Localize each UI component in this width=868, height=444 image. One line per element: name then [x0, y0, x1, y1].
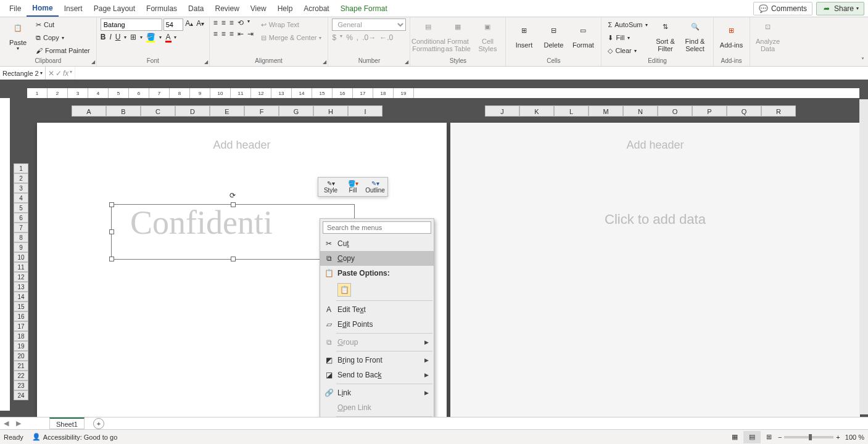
merge-center-button[interactable]: ⊟Merge & Center▾ — [258, 31, 324, 44]
ctx-edit-text[interactable]: AEdit Text — [320, 302, 434, 317]
format-cells-button[interactable]: ▭Format — [569, 18, 597, 57]
menu-insert[interactable]: Insert — [59, 0, 88, 17]
paste-keep-source-button[interactable]: 📋 — [337, 283, 351, 297]
dialog-launcher-icon[interactable]: ◢ — [91, 59, 95, 65]
row-header[interactable]: 1 — [14, 163, 28, 173]
menu-review[interactable]: Review — [209, 0, 244, 17]
conditional-formatting-button[interactable]: ▤Conditional Formatting — [414, 18, 442, 57]
column-header[interactable]: G — [279, 105, 313, 117]
column-header[interactable]: L — [554, 105, 589, 117]
row-header[interactable]: 18 — [14, 331, 28, 341]
cut-button[interactable]: ✂Cut — [33, 18, 93, 31]
column-header[interactable]: Q — [727, 105, 761, 117]
enter-formula-icon[interactable]: ✓ — [56, 69, 62, 78]
zoom-slider[interactable] — [784, 436, 833, 438]
row-header[interactable]: 11 — [14, 262, 28, 272]
resize-handle[interactable] — [109, 229, 114, 234]
currency-icon[interactable]: $ — [332, 33, 336, 42]
align-right-icon[interactable]: ≡ — [229, 30, 234, 38]
row-header[interactable]: 12 — [14, 272, 28, 282]
indent-dec-icon[interactable]: ⇤ — [238, 30, 244, 38]
page-2[interactable]: Add header Click to add data — [450, 123, 860, 419]
mini-fill-button[interactable]: 🪣▾Fill — [342, 179, 364, 195]
sort-filter-button[interactable]: ⇅Sort & Filter — [651, 18, 680, 57]
column-header[interactable]: B — [106, 105, 141, 117]
inc-decimal-icon[interactable]: .0→ — [362, 33, 376, 42]
align-middle-icon[interactable]: ≡ — [221, 18, 226, 27]
formula-input[interactable] — [75, 67, 868, 80]
autosum-button[interactable]: ΣAutoSum▾ — [605, 18, 650, 31]
indent-inc-icon[interactable]: ⇥ — [247, 30, 254, 38]
comments-button[interactable]: 💬 Comments — [753, 2, 812, 15]
header-placeholder[interactable]: Add header — [37, 123, 447, 152]
percent-icon[interactable]: % — [346, 33, 353, 42]
page-1[interactable]: Add header Confidenti ⟳ ✎▾Style 🪣▾Fill ✎… — [37, 123, 447, 419]
menu-data[interactable]: Data — [183, 0, 209, 17]
zoom-level[interactable]: 100 % — [845, 434, 864, 441]
align-bottom-icon[interactable]: ≡ — [229, 18, 234, 27]
row-header[interactable]: 5 — [14, 203, 28, 213]
name-box[interactable]: Rectangle 2▾ — [0, 67, 46, 80]
column-header[interactable]: R — [761, 105, 796, 117]
row-header[interactable]: 22 — [14, 371, 28, 380]
row-header[interactable]: 14 — [14, 292, 28, 302]
fx-icon[interactable]: fx — [63, 69, 68, 78]
column-header[interactable]: I — [348, 105, 382, 117]
font-name-select[interactable] — [101, 18, 162, 31]
grow-font-icon[interactable]: A▴ — [184, 18, 194, 28]
selected-shape[interactable]: Confidenti ⟳ — [111, 204, 355, 260]
row-header[interactable]: 24 — [14, 390, 28, 400]
accessibility-status[interactable]: 👤 Accessibility: Good to go — [32, 433, 117, 441]
column-header[interactable]: M — [589, 105, 623, 117]
align-left-icon[interactable]: ≡ — [213, 30, 218, 38]
zoom-out-button[interactable]: − — [778, 434, 782, 441]
fill-color-button[interactable]: 🪣 — [146, 33, 155, 41]
rotate-handle[interactable]: ⟳ — [229, 191, 236, 200]
row-header[interactable]: 21 — [14, 361, 28, 371]
cell-styles-button[interactable]: ▣Cell Styles — [473, 18, 502, 57]
ctx-bring-front[interactable]: ◩Bring to Front▶ — [320, 353, 434, 368]
column-header[interactable]: A — [72, 105, 106, 117]
align-center-icon[interactable]: ≡ — [221, 30, 226, 38]
row-header[interactable]: 2 — [14, 173, 28, 183]
wrap-text-button[interactable]: ↩Wrap Text — [258, 18, 324, 31]
row-header[interactable]: 10 — [14, 252, 28, 262]
insert-cells-button[interactable]: ⊞Insert — [510, 18, 538, 57]
resize-handle[interactable] — [109, 202, 114, 207]
paste-button[interactable]: 📋 Paste▾ — [4, 18, 32, 57]
menu-home[interactable]: Home — [27, 0, 58, 17]
number-format-select[interactable]: General — [332, 18, 406, 31]
copy-button[interactable]: ⧉Copy▾ — [33, 31, 93, 44]
underline-button[interactable]: U — [115, 33, 121, 41]
row-header[interactable]: 13 — [14, 282, 28, 292]
column-header[interactable]: N — [623, 105, 658, 117]
click-to-add-data[interactable]: Click to add data — [605, 212, 706, 228]
menu-page-layout[interactable]: Page Layout — [88, 0, 141, 17]
resize-handle[interactable] — [231, 257, 236, 261]
dec-decimal-icon[interactable]: ←.0 — [379, 33, 393, 42]
row-header[interactable]: 8 — [14, 232, 28, 242]
normal-view-button[interactable]: ▦ — [726, 431, 743, 443]
mini-outline-button[interactable]: ✎▾Outline — [364, 179, 386, 195]
row-header[interactable]: 16 — [14, 311, 28, 321]
shrink-font-icon[interactable]: A▾ — [196, 18, 205, 28]
row-header[interactable]: 3 — [14, 183, 28, 193]
column-header[interactable]: D — [175, 105, 210, 117]
mini-style-button[interactable]: ✎▾Style — [320, 179, 342, 195]
column-header[interactable]: J — [485, 105, 519, 117]
comma-icon[interactable]: , — [357, 33, 358, 42]
font-size-select[interactable] — [163, 18, 183, 31]
sheet-nav-next-icon[interactable]: ▶ — [12, 419, 25, 427]
collapse-ribbon-icon[interactable]: ˅ — [861, 57, 864, 64]
resize-handle[interactable] — [231, 202, 236, 207]
row-header[interactable]: 23 — [14, 380, 28, 390]
sheet-nav-prev-icon[interactable]: ◀ — [0, 419, 12, 427]
share-button[interactable]: ➦ Share ▾ — [816, 2, 864, 15]
dialog-launcher-icon[interactable]: ◢ — [323, 59, 326, 65]
format-painter-button[interactable]: 🖌Format Painter — [33, 44, 93, 57]
dialog-launcher-icon[interactable]: ◢ — [204, 59, 208, 65]
column-header[interactable]: H — [313, 105, 348, 117]
italic-button[interactable]: I — [109, 33, 111, 41]
find-select-button[interactable]: 🔍Find & Select — [681, 18, 709, 57]
ctx-cut[interactable]: ✂Cut — [320, 236, 434, 251]
